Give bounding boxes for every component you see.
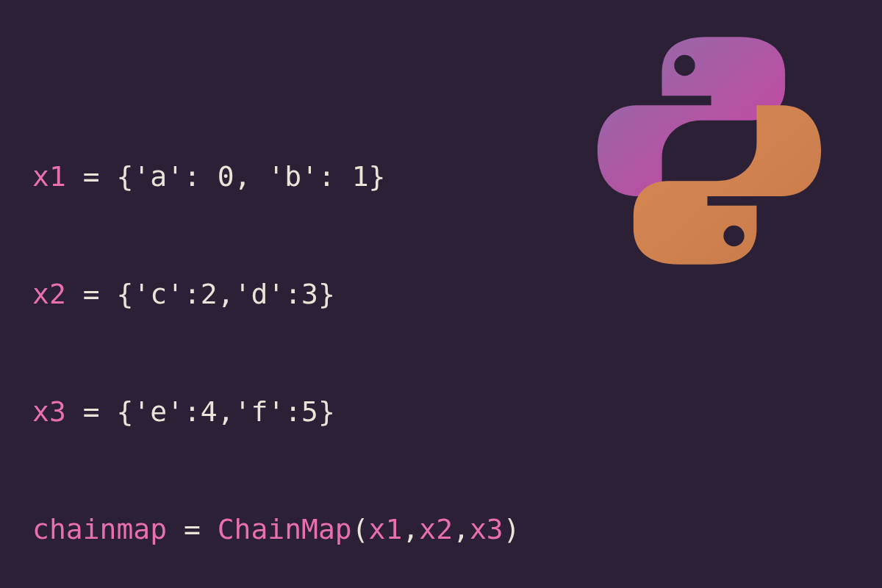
code-variable: chainmap <box>32 513 167 545</box>
code-punct: ) <box>503 513 520 545</box>
code-literal: {'c':2,'d':3} <box>116 278 334 310</box>
code-punct: , <box>453 513 470 545</box>
code-line-4: chainmap = ChainMap(x1,x2,x3) <box>32 500 850 559</box>
code-variable: x3 <box>32 395 66 428</box>
svg-point-0 <box>674 55 695 76</box>
code-variable: x2 <box>32 278 66 310</box>
code-arg: x2 <box>419 513 453 545</box>
code-operator: = <box>66 278 117 310</box>
code-arg: x1 <box>369 513 403 545</box>
code-line-1: x1 = {'a': 0, 'b': 1} <box>32 147 850 206</box>
code-arg: x3 <box>470 513 503 545</box>
code-punct: ( <box>352 513 369 545</box>
code-literal: {'e':4,'f':5} <box>116 395 334 428</box>
code-punct: , <box>402 513 419 545</box>
code-block: x1 = {'a': 0, 'b': 1} x2 = {'c':2,'d':3}… <box>32 88 850 588</box>
code-operator: = <box>167 513 218 545</box>
code-line-2: x2 = {'c':2,'d':3} <box>32 265 850 323</box>
code-line-3: x3 = {'e':4,'f':5} <box>32 382 850 441</box>
code-slide: x1 = {'a': 0, 'b': 1} x2 = {'c':2,'d':3}… <box>0 0 882 588</box>
code-operator: = <box>66 395 117 428</box>
code-literal: {'a': 0, 'b': 1} <box>116 160 385 193</box>
code-variable: x1 <box>32 160 66 193</box>
code-call: ChainMap <box>218 513 352 545</box>
code-operator: = <box>66 160 117 193</box>
